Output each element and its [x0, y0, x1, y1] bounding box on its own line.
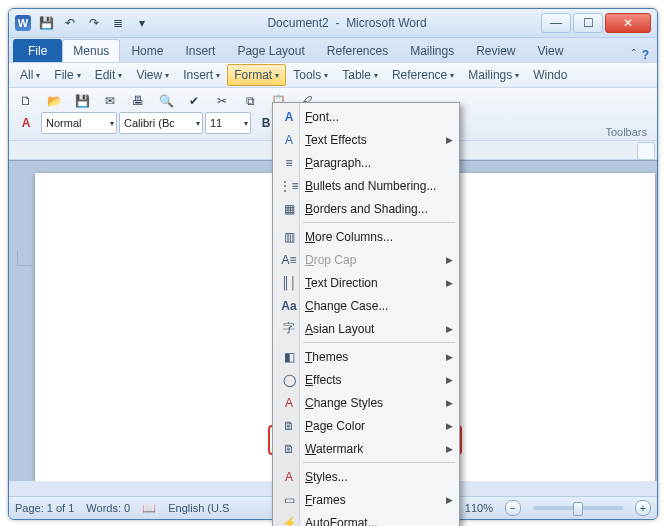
qat-save-icon[interactable]: 💾	[35, 12, 57, 34]
menu-item-themes[interactable]: ◧Themes▶	[275, 345, 457, 368]
ribbon-minimize-icon[interactable]: ˆ	[632, 48, 636, 62]
submenu-arrow-icon: ▶	[446, 398, 453, 408]
menu-item-paragraph[interactable]: ≡Paragraph...	[275, 151, 457, 174]
menu-item-columns[interactable]: ▥More Columns...	[275, 225, 457, 248]
tb-save-icon[interactable]: 💾	[69, 90, 95, 112]
sb-proofing-icon[interactable]: 📖	[142, 502, 156, 515]
sb-page[interactable]: Page: 1 of 1	[15, 502, 74, 514]
paragraph-icon: ≡	[279, 156, 299, 170]
ruler-toggle-icon[interactable]	[637, 142, 655, 160]
tb-preview-icon[interactable]: 🔍	[153, 90, 179, 112]
menu-item-change-styles[interactable]: AChange Styles▶	[275, 391, 457, 414]
zoom-out-button[interactable]: −	[505, 500, 521, 516]
menu-item-text-effects[interactable]: AText Effects▶	[275, 128, 457, 151]
tab-page-layout[interactable]: Page Layout	[226, 39, 315, 62]
format-menu-dropdown: AFont... AText Effects▶ ≡Paragraph... ⋮≡…	[272, 102, 460, 526]
sb-words[interactable]: Words: 0	[86, 502, 130, 514]
submenu-arrow-icon: ▶	[446, 324, 453, 334]
menu-item-page-color[interactable]: 🗎Page Color▶	[275, 414, 457, 437]
zoom-in-button[interactable]: +	[635, 500, 651, 516]
watermark-icon: 🗎	[279, 442, 299, 456]
menu-format[interactable]: Format▾	[227, 64, 286, 86]
quick-access-toolbar: 💾 ↶ ↷ ≣ ▾	[35, 12, 153, 34]
fontsize-selector[interactable]: 11	[205, 112, 251, 134]
textdirection-icon: ║│	[279, 276, 299, 290]
minimize-button[interactable]: —	[541, 13, 571, 33]
themes-icon: ◧	[279, 350, 299, 364]
menu-item-frames[interactable]: ▭Frames▶	[275, 488, 457, 511]
menu-view[interactable]: View▾	[129, 64, 176, 86]
menu-edit[interactable]: Edit▾	[88, 64, 130, 86]
tb-copy-icon[interactable]: ⧉	[237, 90, 263, 112]
changestyles-icon: A	[279, 396, 299, 410]
tb-new-icon[interactable]: 🗋	[13, 90, 39, 112]
pagecolor-icon: 🗎	[279, 419, 299, 433]
margin-corner-icon	[17, 251, 32, 266]
tb-print-icon[interactable]: 🖶	[125, 90, 151, 112]
menu-item-bullets[interactable]: ⋮≡Bullets and Numbering...	[275, 174, 457, 197]
qat-redo-icon[interactable]: ↷	[83, 12, 105, 34]
menu-separator	[303, 462, 455, 463]
qat-undo-icon[interactable]: ↶	[59, 12, 81, 34]
menu-insert[interactable]: Insert▾	[176, 64, 227, 86]
menu-window[interactable]: Windo	[526, 64, 574, 86]
classic-menu-bar: All▾ File▾ Edit▾ View▾ Insert▾ Format▾ T…	[9, 62, 657, 88]
tab-insert[interactable]: Insert	[174, 39, 226, 62]
dropcap-icon: A≡	[279, 253, 299, 267]
menu-mailings[interactable]: Mailings▾	[461, 64, 526, 86]
submenu-arrow-icon: ▶	[446, 278, 453, 288]
tab-file[interactable]: File	[13, 39, 62, 62]
window-title: Document2 - Microsoft Word	[153, 16, 541, 30]
menu-all[interactable]: All▾	[13, 64, 47, 86]
menu-item-text-direction[interactable]: ║│Text Direction▶	[275, 271, 457, 294]
title-bar: W 💾 ↶ ↷ ≣ ▾ Document2 - Microsoft Word —…	[9, 9, 657, 38]
tb-fontcolor-icon[interactable]: A	[13, 112, 39, 134]
menu-item-dropcap: A≡Drop Cap▶	[275, 248, 457, 271]
tb-spell-icon[interactable]: ✔	[181, 90, 207, 112]
style-selector[interactable]: Normal	[41, 112, 117, 134]
submenu-arrow-icon: ▶	[446, 255, 453, 265]
menu-item-watermark[interactable]: 🗎Watermark▶	[275, 437, 457, 460]
menu-separator	[303, 342, 455, 343]
menu-reference[interactable]: Reference▾	[385, 64, 461, 86]
menu-item-font[interactable]: AFont...	[275, 105, 457, 128]
tab-mailings[interactable]: Mailings	[399, 39, 465, 62]
columns-icon: ▥	[279, 230, 299, 244]
tab-references[interactable]: References	[316, 39, 399, 62]
qat-bullets-icon[interactable]: ≣	[107, 12, 129, 34]
close-button[interactable]: ✕	[605, 13, 651, 33]
tab-view[interactable]: View	[527, 39, 575, 62]
changecase-icon: Aa	[279, 299, 299, 313]
menu-item-asian-layout[interactable]: 字Asian Layout▶	[275, 317, 457, 340]
borders-icon: ▦	[279, 202, 299, 216]
menu-file[interactable]: File▾	[47, 64, 87, 86]
tab-home[interactable]: Home	[120, 39, 174, 62]
texteffects-icon: A	[279, 133, 299, 147]
effects-icon: ◯	[279, 373, 299, 387]
menu-tools[interactable]: Tools▾	[286, 64, 335, 86]
tb-cut-icon[interactable]: ✂	[209, 90, 235, 112]
tb-open-icon[interactable]: 📂	[41, 90, 67, 112]
toolbar-group-label: Toolbars	[605, 126, 647, 138]
menu-item-styles[interactable]: AStyles...	[275, 465, 457, 488]
tab-menus[interactable]: Menus	[62, 39, 120, 62]
tb-mail-icon[interactable]: ✉	[97, 90, 123, 112]
submenu-arrow-icon: ▶	[446, 135, 453, 145]
qat-customize-icon[interactable]: ▾	[131, 12, 153, 34]
menu-item-effects[interactable]: ◯Effects▶	[275, 368, 457, 391]
zoom-thumb[interactable]	[573, 502, 583, 516]
menu-item-borders[interactable]: ▦Borders and Shading...	[275, 197, 457, 220]
frames-icon: ▭	[279, 493, 299, 507]
tab-review[interactable]: Review	[465, 39, 526, 62]
menu-separator	[303, 222, 455, 223]
help-icon[interactable]: ?	[642, 48, 649, 62]
ribbon-tab-strip: File Menus Home Insert Page Layout Refer…	[9, 38, 657, 62]
maximize-button[interactable]: ☐	[573, 13, 603, 33]
sb-zoom-percent[interactable]: 110%	[465, 502, 493, 514]
menu-table[interactable]: Table▾	[335, 64, 385, 86]
sb-language[interactable]: English (U.S	[168, 502, 229, 514]
zoom-slider[interactable]	[533, 506, 623, 510]
font-selector[interactable]: Calibri (Bc	[119, 112, 203, 134]
menu-item-change-case[interactable]: AaChange Case...	[275, 294, 457, 317]
menu-item-autoformat[interactable]: ⚡AutoFormat...	[275, 511, 457, 526]
